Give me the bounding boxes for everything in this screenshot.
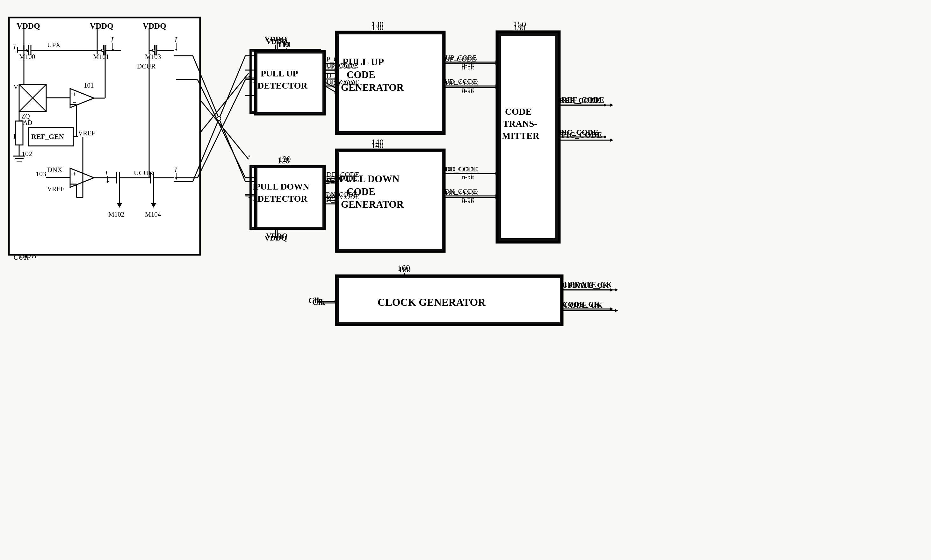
svg-text:VDDQ: VDDQ bbox=[266, 38, 288, 46]
svg-text:n-bit: n-bit bbox=[462, 61, 474, 68]
svg-text:VDDQ: VDDQ bbox=[266, 232, 288, 240]
svg-text:M100: M100 bbox=[19, 53, 35, 60]
svg-text:VREF: VREF bbox=[47, 185, 65, 193]
svg-text:I: I bbox=[13, 43, 16, 51]
svg-rect-268 bbox=[15, 121, 23, 145]
svg-point-225 bbox=[101, 49, 104, 52]
svg-text:130: 130 bbox=[371, 20, 384, 29]
svg-text:DNX: DNX bbox=[47, 166, 62, 174]
svg-text:DETECTOR: DETECTOR bbox=[257, 81, 308, 91]
svg-text:DETECTOR: DETECTOR bbox=[257, 194, 308, 203]
svg-text:TRANS-: TRANS- bbox=[503, 118, 537, 129]
svg-text:120: 120 bbox=[279, 155, 291, 163]
svg-text:MITTER: MITTER bbox=[502, 131, 540, 141]
svg-text:DD_CODE: DD_CODE bbox=[326, 175, 357, 182]
svg-text:DD_CODE: DD_CODE bbox=[445, 165, 478, 173]
svg-text:ZQ: ZQ bbox=[22, 113, 30, 120]
svg-text:VDDQ: VDDQ bbox=[17, 22, 40, 30]
svg-text:M101: M101 bbox=[93, 53, 109, 60]
svg-text:PIC_CODE: PIC_CODE bbox=[562, 131, 602, 139]
svg-point-419 bbox=[217, 117, 221, 120]
svg-text:UD_CODE: UD_CODE bbox=[445, 79, 478, 87]
svg-text:VDDQ: VDDQ bbox=[143, 22, 166, 30]
circuit-diagram: CUR VDDQ VDDQ VDDQ M100 UPX M101 I M103 … bbox=[0, 0, 931, 560]
svg-text:VREF: VREF bbox=[78, 129, 95, 137]
svg-text:DN_CODE: DN_CODE bbox=[445, 189, 478, 197]
svg-text:+: + bbox=[72, 91, 76, 98]
svg-text:PULL DOWN: PULL DOWN bbox=[255, 182, 309, 191]
svg-text:VDDQ: VDDQ bbox=[90, 22, 114, 30]
svg-text:M104: M104 bbox=[145, 211, 161, 218]
svg-point-235 bbox=[152, 49, 155, 52]
svg-text:DCUR: DCUR bbox=[137, 62, 155, 70]
svg-text:CLOCK  GENERATOR: CLOCK GENERATOR bbox=[377, 297, 486, 308]
svg-text:+: + bbox=[72, 171, 76, 177]
svg-text:M102: M102 bbox=[108, 211, 124, 218]
svg-text:DN_CODE: DN_CODE bbox=[326, 191, 357, 198]
svg-text:UP_CODE: UP_CODE bbox=[326, 62, 356, 70]
svg-text:140: 140 bbox=[371, 138, 384, 147]
svg-text:I: I bbox=[111, 36, 114, 44]
svg-text:150: 150 bbox=[514, 20, 526, 29]
svg-text:REF_GEN: REF_GEN bbox=[31, 132, 64, 140]
svg-text:I: I bbox=[174, 36, 177, 44]
svg-text:103: 103 bbox=[36, 170, 46, 178]
svg-text:M103: M103 bbox=[145, 53, 161, 60]
svg-text:CUR: CUR bbox=[13, 253, 29, 261]
svg-text:n-bit: n-bit bbox=[462, 197, 474, 204]
svg-text:CODE_CK: CODE_CK bbox=[564, 301, 603, 310]
svg-text:UP_CODE: UP_CODE bbox=[445, 54, 477, 62]
svg-text:Clk: Clk bbox=[308, 296, 322, 305]
svg-text:UPDATE_CK: UPDATE_CK bbox=[564, 280, 612, 289]
svg-text:n-bit: n-bit bbox=[462, 173, 474, 180]
svg-text:UD_CODE: UD_CODE bbox=[326, 79, 357, 87]
svg-text:n-bit: n-bit bbox=[462, 87, 474, 94]
svg-text:REF_CODE: REF_CODE bbox=[562, 95, 605, 104]
svg-text:CODE: CODE bbox=[505, 106, 532, 117]
svg-text:PULL UP: PULL UP bbox=[261, 68, 298, 78]
svg-text:160: 160 bbox=[398, 263, 410, 273]
svg-text:UPX: UPX bbox=[47, 41, 60, 49]
svg-text:101: 101 bbox=[84, 82, 94, 89]
